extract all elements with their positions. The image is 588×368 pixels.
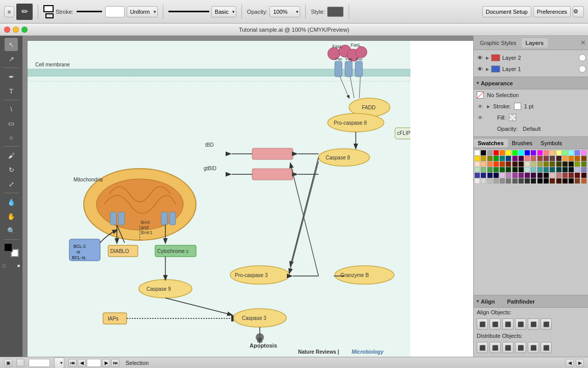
- swatch-cell[interactable]: [531, 156, 536, 161]
- first-page-btn[interactable]: ⏮: [68, 359, 77, 367]
- swatch-cell[interactable]: [475, 150, 480, 155]
- preferences-button[interactable]: Preferences: [533, 6, 571, 17]
- swatch-cell[interactable]: [544, 167, 549, 172]
- status-icon-btn[interactable]: ▣: [4, 359, 12, 367]
- swatch-cell[interactable]: [544, 162, 549, 167]
- swatch-cell[interactable]: [487, 156, 493, 161]
- style-select[interactable]: Basic: [211, 6, 236, 17]
- zoom-input[interactable]: 100%: [29, 359, 50, 367]
- hand-tool-btn[interactable]: ✋: [5, 210, 18, 223]
- swatch-cell[interactable]: [481, 156, 486, 161]
- swatch-cell[interactable]: [556, 173, 561, 178]
- swatch-cell[interactable]: [494, 150, 499, 155]
- swatch-cell[interactable]: [562, 173, 568, 178]
- swatch-cell[interactable]: [525, 156, 530, 161]
- align-top-btn[interactable]: ⬛: [515, 318, 526, 330]
- swatch-cell[interactable]: [556, 162, 561, 167]
- tab-symbols[interactable]: Symbols: [536, 139, 566, 147]
- workspace-button[interactable]: ⚙: [573, 6, 584, 17]
- swatch-cell[interactable]: [519, 173, 524, 178]
- swatch-cell[interactable]: [556, 150, 561, 155]
- swatch-cell[interactable]: [506, 162, 511, 167]
- document-canvas[interactable]: Cell membrane FasL FasL Fas Fas Fas: [28, 41, 473, 357]
- swatch-cell[interactable]: [581, 150, 586, 155]
- window-minimize-btn[interactable]: [13, 27, 19, 33]
- fill-color-swatch[interactable]: [509, 114, 516, 121]
- normal-mode-btn[interactable]: □: [0, 259, 11, 272]
- stroke-input[interactable]: 1 pt: [105, 6, 125, 17]
- page-input[interactable]: 2: [87, 359, 101, 367]
- swatch-cell[interactable]: [544, 150, 549, 155]
- swatch-cell[interactable]: [506, 150, 511, 155]
- swatch-cell[interactable]: [556, 178, 561, 183]
- swatch-cell[interactable]: [475, 162, 480, 167]
- swatch-cell[interactable]: [494, 167, 499, 172]
- swatch-cell[interactable]: [481, 162, 486, 167]
- align-right-btn[interactable]: ⬛: [502, 318, 513, 330]
- swatch-cell[interactable]: [500, 173, 505, 178]
- rect-tool-btn[interactable]: ▭: [5, 117, 18, 130]
- dist-right-btn[interactable]: ⬛: [502, 342, 513, 353]
- swatch-cell[interactable]: [487, 173, 493, 178]
- swatch-cell[interactable]: [475, 167, 480, 172]
- swatch-cell[interactable]: [481, 167, 486, 172]
- swatch-cell[interactable]: [575, 167, 580, 172]
- layer-row-layer2[interactable]: 👁 ▶ Layer 2: [474, 52, 588, 63]
- line-tool-btn[interactable]: \: [5, 102, 18, 116]
- stroke-color-swatch[interactable]: [514, 103, 521, 110]
- swatch-cell[interactable]: [506, 167, 511, 172]
- swatch-cell[interactable]: [544, 156, 549, 161]
- swatch-cell[interactable]: [531, 162, 536, 167]
- dist-center-v-btn[interactable]: ⬛: [528, 342, 539, 353]
- swatch-cell[interactable]: [500, 156, 505, 161]
- dist-center-h-btn[interactable]: ⬛: [489, 342, 501, 353]
- swatch-cell[interactable]: [544, 178, 549, 183]
- swatch-cell[interactable]: [581, 167, 586, 172]
- scale-tool-btn[interactable]: ⤢: [5, 177, 18, 191]
- panel-close-btn[interactable]: ✕: [580, 39, 586, 47]
- swatch-cell[interactable]: [512, 173, 518, 178]
- window-maximize-btn[interactable]: [21, 27, 28, 33]
- swatch-cell[interactable]: [525, 173, 530, 178]
- dist-bottom-btn[interactable]: ⬛: [541, 342, 552, 353]
- prev-page-btn[interactable]: ◀: [78, 359, 86, 367]
- align-bottom-btn[interactable]: ⬛: [541, 318, 552, 330]
- swatch-cell[interactable]: [562, 178, 568, 183]
- swatch-cell[interactable]: [562, 156, 568, 161]
- swatch-cell[interactable]: [575, 178, 580, 183]
- swatch-cell[interactable]: [519, 156, 524, 161]
- tab-layers[interactable]: Layers: [522, 38, 548, 48]
- swatch-cell[interactable]: [569, 162, 574, 167]
- layer-eye-icon-2[interactable]: 👁: [476, 65, 484, 73]
- swatch-cell[interactable]: [487, 167, 493, 172]
- swatch-cell[interactable]: [487, 178, 493, 183]
- swatch-cell[interactable]: [500, 167, 505, 172]
- swatch-cell[interactable]: [494, 178, 499, 183]
- swatch-cell[interactable]: [494, 156, 499, 161]
- align-left-btn[interactable]: ⬛: [477, 318, 488, 330]
- direct-select-btn[interactable]: ↗: [5, 52, 18, 65]
- swatch-cell[interactable]: [544, 173, 549, 178]
- swatch-cell[interactable]: [494, 173, 499, 178]
- swatch-cell[interactable]: [581, 162, 586, 167]
- swatch-cell[interactable]: [550, 173, 555, 178]
- layer-target-circle-2[interactable]: [579, 65, 586, 73]
- swatch-cell[interactable]: [569, 173, 574, 178]
- status-right-btn1[interactable]: ◀: [566, 359, 574, 367]
- swatch-cell[interactable]: [575, 162, 580, 167]
- status-right-btn2[interactable]: ▶: [576, 359, 584, 367]
- swatch-cell[interactable]: [506, 178, 511, 183]
- tab-brushes[interactable]: Brushes: [508, 139, 536, 147]
- swatch-cell[interactable]: [569, 150, 574, 155]
- brush-tool-btn[interactable]: 🖌: [5, 149, 18, 162]
- opacity-select[interactable]: 100%: [270, 6, 300, 17]
- swatch-cell[interactable]: [475, 173, 480, 178]
- selection-tool-btn[interactable]: ↖: [5, 38, 18, 51]
- align-center-v-btn[interactable]: ⬛: [528, 318, 539, 330]
- swatch-cell[interactable]: [494, 162, 499, 167]
- align-center-h-btn[interactable]: ⬛: [489, 318, 501, 330]
- swatch-cell[interactable]: [519, 150, 524, 155]
- swatch-cell[interactable]: [481, 173, 486, 178]
- tab-swatches[interactable]: Swatches: [474, 139, 508, 147]
- layer-eye-icon[interactable]: 👁: [476, 54, 484, 62]
